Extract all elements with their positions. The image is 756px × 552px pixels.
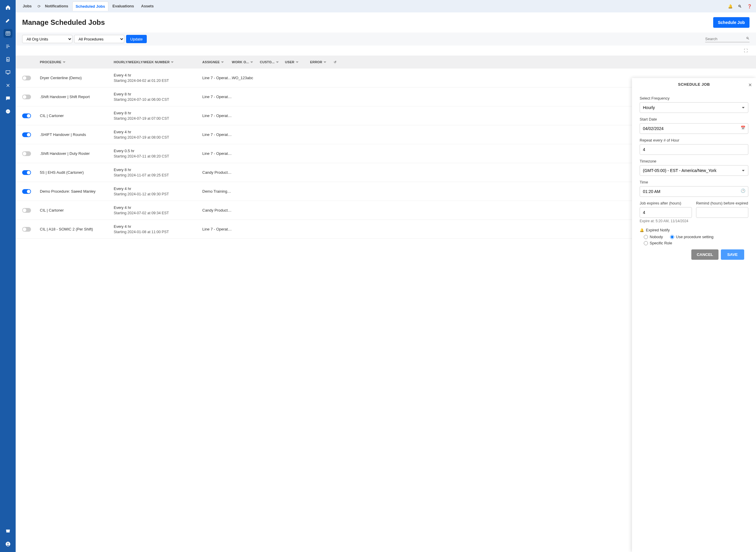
filter-icon[interactable]: ⏷ <box>276 60 279 64</box>
cell-schedule: Every 8 hrStarting 2024-07-19 at 07:00 C… <box>114 111 202 121</box>
filter-bar: All Org Units All Procedures Update 🔍︎ <box>16 32 756 45</box>
cell-schedule: Every 8 hrStarting 2024-11-07 at 09:25 E… <box>114 167 202 177</box>
timezone-select[interactable]: (GMT-05:00) - EST - America/New_York <box>640 165 748 176</box>
tab-notifications[interactable]: Notifications <box>42 1 71 11</box>
drawer-title: SCHEDULE JOB <box>678 82 710 87</box>
search-icon: 🔍︎ <box>746 36 750 40</box>
toggle-switch[interactable] <box>22 95 31 99</box>
toggle-switch[interactable] <box>22 132 31 137</box>
time-label: Time <box>640 180 748 184</box>
home-icon[interactable] <box>4 3 12 12</box>
clock-icon[interactable]: 🕐 <box>741 188 745 193</box>
page-title: Manage Scheduled Jobs <box>22 18 105 27</box>
schedule-job-button[interactable]: Schedule Job <box>713 17 750 28</box>
cell-assignee: Line 7 - Operations <box>202 227 232 231</box>
tab-scheduled-jobs[interactable]: Scheduled Jobs <box>72 1 109 11</box>
sliders-icon[interactable] <box>4 42 12 51</box>
col-schedule: HOURLY/WEEKLY/WEEK NUMBER⏷ <box>114 60 202 64</box>
filter-icon[interactable]: ⏷ <box>62 60 66 64</box>
svg-rect-4 <box>6 71 10 73</box>
table-icon[interactable] <box>4 29 12 38</box>
filter-icon[interactable]: ⏷ <box>296 60 299 64</box>
save-button[interactable]: SAVE <box>721 249 744 260</box>
close-icon[interactable]: × <box>748 82 752 88</box>
toggle-switch[interactable] <box>22 208 31 213</box>
cell-assignee: Line 7 - Operations <box>202 76 232 80</box>
chat-icon[interactable] <box>4 94 12 103</box>
cell-schedule: Every 4 hrStarting 2024-04-02 at 01:20 E… <box>114 73 202 83</box>
expires-input[interactable] <box>640 207 692 218</box>
cell-schedule: Every 4 hrStarting 2024-07-19 at 08:00 C… <box>114 130 202 139</box>
tab-assets[interactable]: Assets <box>138 1 157 11</box>
help-icon[interactable]: ❓ <box>747 4 752 9</box>
edit-icon[interactable] <box>4 16 12 25</box>
tools-icon[interactable] <box>4 81 12 90</box>
toggle-switch[interactable] <box>22 170 31 175</box>
remind-input[interactable] <box>696 207 748 218</box>
svg-rect-9 <box>6 530 10 531</box>
toggle-switch[interactable] <box>22 151 31 156</box>
frequency-label: Select Frequency <box>640 96 748 101</box>
org-unit-select[interactable]: All Org Units <box>22 35 72 43</box>
filter-icon[interactable]: ⏷ <box>171 60 174 64</box>
reset-icon[interactable]: ↺ <box>334 60 349 64</box>
toggle-switch[interactable] <box>22 114 31 118</box>
refresh-icon[interactable]: ⟳ <box>37 4 41 9</box>
cell-schedule: Every 4 hrStarting 2024-01-08 at 11:00 P… <box>114 224 202 234</box>
cell-assignee: Candy Production S <box>202 170 232 175</box>
toggle-switch[interactable] <box>22 189 31 194</box>
update-button[interactable]: Update <box>126 35 147 43</box>
repeat-input[interactable] <box>640 144 748 155</box>
search-icon[interactable]: 🔍︎ <box>738 4 742 9</box>
expire-hint: Expire at: 5:20 AM, 11/14/2024 <box>640 219 692 223</box>
toggle-switch[interactable] <box>22 227 31 232</box>
calendar-icon[interactable]: 📅 <box>741 126 745 130</box>
remind-label: Remind (hours) before expired <box>696 201 748 205</box>
user-icon[interactable] <box>4 540 12 548</box>
cell-assignee: Line 7 - Operations <box>202 114 232 118</box>
cell-procedure: .Shift Handover | Duty Roster <box>40 151 114 156</box>
expand-table-icon[interactable]: ⛶ <box>744 48 748 53</box>
cell-assignee: Line 7 - Operations <box>202 95 232 99</box>
notify-nobody-radio[interactable] <box>644 235 648 239</box>
notify-procedure-radio[interactable] <box>670 235 674 239</box>
more-icon[interactable] <box>4 107 12 116</box>
cell-assignee: Line 7 - Operations <box>202 132 232 137</box>
presentation-icon[interactable] <box>4 68 12 77</box>
start-date-input[interactable] <box>640 123 748 134</box>
tab-evaluations[interactable]: Evaluations <box>110 1 137 11</box>
repeat-label: Repeat every # of Hour <box>640 138 748 142</box>
svg-point-6 <box>6 111 7 112</box>
cell-procedure: .SHIFT Handover | Rounds <box>40 132 114 137</box>
archive-icon[interactable] <box>4 527 12 535</box>
cell-assignee: Demo Training: Sae <box>202 189 232 193</box>
time-input[interactable] <box>640 186 748 197</box>
bell-icon[interactable]: 🔔 <box>728 4 733 9</box>
col-assignee: ASSIGNEE⏷ <box>202 60 232 64</box>
filter-icon[interactable]: ⏷ <box>323 60 327 64</box>
side-rail <box>0 0 16 552</box>
report-icon[interactable] <box>4 55 12 64</box>
timezone-label: Timezone <box>640 159 748 163</box>
cell-schedule: Every 8 hrStarting 2024-07-10 at 06:00 C… <box>114 92 202 102</box>
cell-procedure: Demo Procedure: Saeed Manley <box>40 189 114 193</box>
cancel-button[interactable]: CANCEL <box>691 249 719 260</box>
cell-schedule: Every 4 hrStarting 2024-01-12 at 09:30 P… <box>114 186 202 196</box>
svg-point-8 <box>8 111 9 112</box>
start-date-label: Start Date <box>640 117 748 121</box>
tab-jobs[interactable]: Jobs <box>20 1 34 11</box>
procedure-select[interactable]: All Procedures <box>74 35 124 43</box>
frequency-select[interactable]: Hourly <box>640 102 748 113</box>
expires-label: Job expires after (hours) <box>640 201 692 205</box>
filter-icon[interactable]: ⏷ <box>250 60 253 64</box>
svg-point-12 <box>7 543 9 544</box>
search-input[interactable] <box>705 36 750 42</box>
filter-icon[interactable]: ⏷ <box>221 60 224 64</box>
toggle-switch[interactable] <box>22 76 31 81</box>
cell-assignee: Line 7 - Operations <box>202 151 232 156</box>
schedule-job-drawer: SCHEDULE JOB × Select Frequency Hourly S… <box>632 78 756 552</box>
notify-specific-radio[interactable] <box>644 241 648 245</box>
cell-procedure: CIL | Cartoner <box>40 208 114 213</box>
col-customer: CUSTO...⏷ <box>260 60 285 64</box>
cell-procedure: Dryer Centerline (Demo) <box>40 76 114 80</box>
